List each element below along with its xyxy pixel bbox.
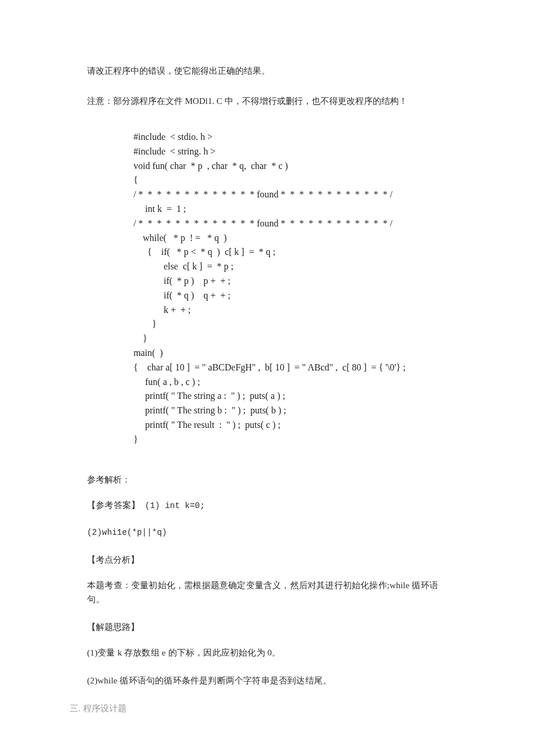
code-line: main( ) xyxy=(134,346,447,361)
code-line: #include < string. h > xyxy=(134,145,447,159)
solution-heading: 【解题思路】 xyxy=(87,620,447,634)
code-line: void fun( char * p , char * q, char * c … xyxy=(134,159,447,174)
code-line: int k = 1 ; xyxy=(134,202,447,217)
code-line: { char a[ 10 ] = " aBCDeFgH" , b[ 10 ] =… xyxy=(134,361,447,375)
solution-text-2: (2)while 循环语句的循环条件是判断两个字符串是否到达结尾。 xyxy=(87,674,447,687)
code-line: #include < stdio. h > xyxy=(134,130,447,145)
document-page: 请改正程序中的错误，使它能得出正确的结果。 注意：部分源程序在文件 MODl1.… xyxy=(0,0,534,756)
answer-text: (1) int k=0; xyxy=(140,501,205,510)
code-line: { if( * p < * q ) c[ k ] = * q ; xyxy=(134,245,447,260)
answer-label: 【参考答案】 xyxy=(87,501,140,510)
code-line: / * * * * * * * * * * * * * found * * * … xyxy=(134,188,447,202)
code-line: if( * p ) p + + ; xyxy=(134,274,447,289)
code-line: printf( " The string a : " ) ; puts( a )… xyxy=(134,389,447,404)
intro-paragraph-1: 请改正程序中的错误，使它能得出正确的结果。 xyxy=(87,64,447,78)
solution-text-1: (1)变量 k 存放数组 e 的下标，因此应初始化为 0。 xyxy=(87,646,447,660)
code-line: while( * p ! = * q ) xyxy=(134,231,447,246)
code-line: printf( " The result : " ) ; puts( c ) ; xyxy=(134,418,447,433)
code-line: } xyxy=(134,317,447,332)
code-line: printf( " The string b : " ) ; puts( b )… xyxy=(134,404,447,418)
code-line: else c[ k ] = * p ; xyxy=(134,260,447,274)
code-line: / * * * * * * * * * * * * * found * * * … xyxy=(134,217,447,231)
code-line: } xyxy=(134,433,447,447)
code-line: { xyxy=(134,173,447,188)
code-line: } xyxy=(134,332,447,346)
keypoint-heading: 【考点分析】 xyxy=(87,553,447,567)
answer-1: 【参考答案】 (1) int k=0; xyxy=(87,498,447,512)
code-line: k + + ; xyxy=(134,303,447,318)
code-line: fun( a , b , c ) ; xyxy=(134,375,447,390)
section-footer: 三. 程序设计题 xyxy=(70,701,447,715)
keypoint-text: 本题考查：变量初始化，需根据题意确定变量含义，然后对其进行初始化操作;while… xyxy=(87,578,447,606)
answer-2: (2)whi1e(*p||*q) xyxy=(87,526,447,539)
intro-paragraph-2: 注意：部分源程序在文件 MODl1. C 中，不得增行或删行，也不得更改程序的结… xyxy=(87,94,447,108)
analysis-heading: 参考解析： xyxy=(87,473,447,487)
code-block: #include < stdio. h > #include < string.… xyxy=(87,124,447,459)
code-line: if( * q ) q + + ; xyxy=(134,289,447,303)
